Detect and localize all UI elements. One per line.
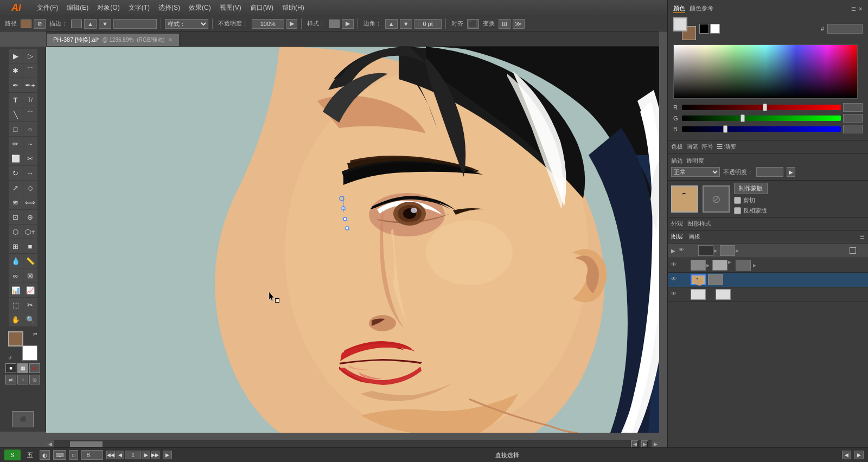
hand-btn[interactable]: ✋ — [9, 312, 23, 326]
arrow-right-btn[interactable]: ▶ — [854, 451, 864, 459]
select-tool-btn[interactable]: ▶ — [9, 49, 23, 63]
swap-colors-icon[interactable]: ⇄ — [33, 331, 37, 337]
eraser-btn[interactable]: ⬜ — [9, 151, 23, 165]
align-left-btn[interactable]: ⬛ — [467, 19, 479, 29]
border-down-btn[interactable]: ▼ — [400, 19, 412, 29]
taskbar-btn3[interactable]: □ — [69, 450, 78, 460]
rotate-btn[interactable]: ↻ — [9, 166, 23, 180]
opacity-toggle2-btn[interactable]: ▶ — [787, 167, 795, 177]
free-transform-btn[interactable]: ⊡ — [9, 210, 23, 224]
layer-row-4[interactable]: 👁 — [668, 287, 868, 302]
tab-close-icon[interactable]: ✕ — [168, 37, 173, 43]
taskbar-btn1[interactable]: ◐ — [40, 450, 50, 460]
menu-view[interactable]: 视图(V) — [215, 1, 246, 15]
layer-row-2[interactable]: 👁 ▶ ▶ ▶ — [668, 258, 868, 273]
panel-bg-swatch[interactable] — [673, 17, 687, 31]
artboard-tab[interactable]: 画板 — [688, 233, 700, 241]
taskbar-s-icon[interactable]: S — [4, 450, 21, 460]
type-btn[interactable]: T — [9, 93, 23, 107]
stroke-down-btn[interactable]: ▼ — [99, 19, 111, 29]
layer-row-3[interactable]: 👁 — [668, 273, 868, 287]
layer-eye-icon[interactable]: 👁 — [679, 247, 686, 254]
stroke-up-btn[interactable]: ▲ — [84, 19, 97, 29]
scroll-right-btn[interactable]: ▶ — [652, 440, 659, 448]
eyedropper-btn[interactable]: 💧 — [9, 254, 23, 268]
opacity-toggle-btn[interactable]: ▶ — [286, 19, 297, 29]
scissors-btn[interactable]: ✂ — [23, 151, 37, 165]
gradient-tab-label[interactable]: ☰ 渐变 — [717, 143, 736, 151]
smooth-btn[interactable]: ~ — [23, 137, 37, 151]
magic-wand-btn[interactable]: ✱ — [9, 63, 23, 78]
menu-type[interactable]: 文字(T) — [124, 1, 154, 15]
type-touch-btn[interactable]: T/ — [23, 93, 37, 107]
color-fill-icon[interactable]: ■ — [5, 363, 16, 373]
no-mask-icon[interactable]: ⊘ — [703, 185, 730, 213]
perspective-grid-btn[interactable]: ⬡ — [9, 224, 23, 239]
next-artboard-btn[interactable]: ▶ — [641, 440, 648, 448]
g-slider-track[interactable] — [682, 116, 841, 121]
back-btn[interactable]: ◀ — [116, 451, 124, 459]
canvas-area[interactable] — [46, 47, 659, 433]
pen-btn[interactable]: ✒ — [9, 78, 23, 92]
menu-file[interactable]: 文件(F) — [33, 1, 62, 15]
measure-btn[interactable]: 📏 — [23, 254, 37, 268]
border-value-input[interactable] — [414, 19, 442, 29]
color-none-icon[interactable]: ⊘ — [29, 363, 40, 373]
shear-btn[interactable]: ◇ — [23, 181, 37, 195]
bg-color-swatch[interactable] — [22, 345, 37, 361]
prev-artboard-btn[interactable]: ◀ — [631, 440, 639, 448]
mesh-btn[interactable]: ⊞ — [9, 239, 23, 253]
graphic-style-label[interactable]: 图形样式 — [687, 220, 711, 228]
swap-icon2[interactable]: ⇄ — [5, 375, 16, 384]
b-slider-thumb[interactable] — [723, 125, 727, 133]
layer-expand-arrow[interactable]: ▶ — [714, 245, 719, 256]
scroll-left-btn[interactable]: ◀ — [46, 440, 54, 448]
play-btn[interactable]: ▶ — [163, 451, 172, 459]
layer-expand-arrow2[interactable]: ▶ — [736, 245, 741, 256]
ellipse-btn[interactable]: ○ — [23, 122, 37, 136]
menu-edit[interactable]: 编辑(E) — [62, 1, 93, 15]
layers-options-icon[interactable]: ☰ — [860, 234, 865, 240]
rect-btn[interactable]: □ — [9, 122, 23, 136]
b-slider-track[interactable] — [682, 126, 841, 132]
layer4-thumb2[interactable] — [716, 289, 731, 300]
slice-btn[interactable]: ✂ — [23, 298, 37, 312]
stroke-value-input[interactable] — [113, 19, 157, 29]
add-anchor-btn[interactable]: ✒+ — [23, 78, 37, 92]
arrow-left-btn[interactable]: ◀ — [842, 451, 851, 459]
taskbar-five-label[interactable]: 五 — [24, 451, 36, 459]
size-input[interactable] — [81, 450, 103, 460]
invert-checkbox[interactable] — [734, 207, 741, 214]
layer-lock-icon[interactable] — [688, 247, 696, 254]
menu-effect[interactable]: 效果(C) — [184, 1, 215, 15]
document-tab[interactable]: PH-387 [转换].ai* @ 1286.89% (RGB/预览) ✕ — [46, 33, 180, 46]
taskbar-btn2[interactable]: ⌨ — [53, 450, 66, 460]
r-value-input[interactable]: 137 — [843, 103, 863, 112]
r-slider-track[interactable] — [682, 105, 841, 110]
hex-value-input[interactable]: 896547 — [827, 24, 863, 34]
scale-btn[interactable]: ↗ — [9, 181, 23, 195]
gradient-btn[interactable]: ■ — [23, 239, 37, 253]
column-graph-btn[interactable]: 📊 — [9, 283, 23, 297]
selected-layer-thumb[interactable] — [691, 274, 706, 285]
stroke-swatch[interactable] — [71, 20, 82, 28]
none-fill-icon[interactable]: ○ — [17, 375, 28, 384]
scroll-track-horizontal[interactable] — [54, 441, 628, 447]
width-btn[interactable]: ⟺ — [23, 195, 37, 209]
sublayer2-thumb3[interactable] — [736, 260, 751, 271]
warp-btn[interactable]: ≋ — [9, 195, 23, 209]
border-up-btn[interactable]: ▲ — [385, 19, 398, 29]
panel-close-icon[interactable]: ✕ — [858, 6, 863, 12]
fg-color-swatch[interactable] — [8, 331, 23, 347]
cut-checkbox[interactable] — [734, 197, 741, 204]
reflect-btn[interactable]: ↔ — [23, 166, 37, 180]
brush-tab-label[interactable]: 画笔 — [686, 143, 698, 151]
menu-select[interactable]: 选择(S) — [154, 1, 184, 15]
forward-btn[interactable]: ▶ — [142, 451, 150, 459]
arc-btn[interactable]: ⌒ — [23, 107, 37, 121]
prev-frame-btn[interactable]: ◀◀ — [106, 451, 115, 459]
layer2-eye-icon[interactable]: 👁 — [671, 261, 679, 269]
line-btn[interactable]: ╲ — [9, 107, 23, 121]
r-slider-thumb[interactable] — [763, 104, 767, 111]
make-mask-btn[interactable]: 制作蒙版 — [734, 183, 768, 194]
